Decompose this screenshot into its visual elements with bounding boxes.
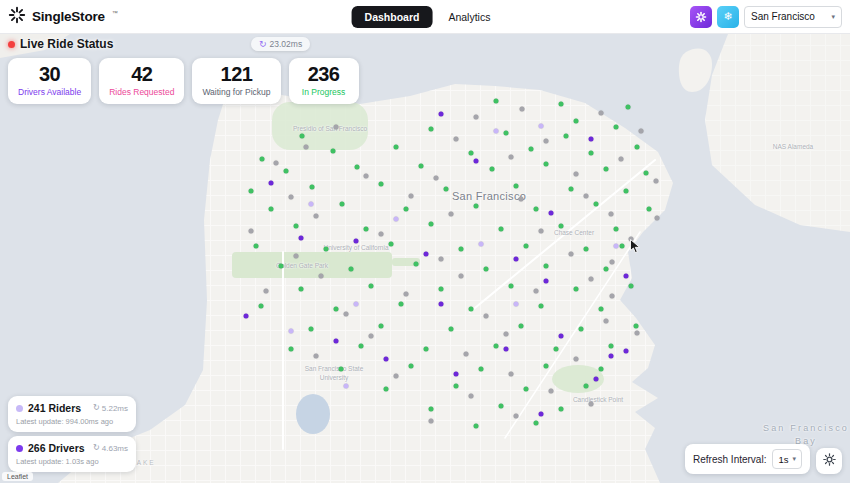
snowflake-mode-button[interactable]: ❄ xyxy=(717,6,739,28)
city-select[interactable]: San Francisco ▾ xyxy=(744,6,842,28)
chevron-down-icon: ▾ xyxy=(792,455,796,463)
refresh-icon: ↻ xyxy=(93,444,100,452)
refresh-interval-select[interactable]: 1s ▾ xyxy=(772,449,802,469)
stats-row: 30 Drivers Available 42 Rides Requested … xyxy=(8,58,359,104)
riders-card: 241 Riders ↻ 5.22ms Latest update: 994.0… xyxy=(8,396,136,432)
riders-dot-icon xyxy=(16,405,23,412)
riders-last-update: Latest update: 994.00ms ago xyxy=(16,417,128,426)
refresh-interval-value: 1s xyxy=(778,454,788,465)
drivers-last-update: Latest update: 1.03s ago xyxy=(16,457,128,466)
stat-label: Drivers Available xyxy=(18,87,81,97)
stat-value: 30 xyxy=(18,64,81,85)
stat-label: In Progress xyxy=(299,87,349,97)
stat-card-waiting-pickup: 121 Waiting for Pickup xyxy=(192,58,280,104)
stat-value: 42 xyxy=(109,64,174,85)
map-attribution[interactable]: Leaflet xyxy=(2,472,33,481)
stat-card-rides-requested: 42 Rides Requested xyxy=(99,58,184,104)
latency-badge: ↻ 23.02ms xyxy=(251,37,310,51)
stat-value: 236 xyxy=(299,64,349,85)
riders-card-top: 241 Riders ↻ 5.22ms xyxy=(16,402,128,414)
snowflake-icon: ❄ xyxy=(723,10,732,23)
singlestore-logo-icon xyxy=(8,6,26,28)
stat-card-drivers-available: 30 Drivers Available xyxy=(8,58,91,104)
theme-toggle-button[interactable] xyxy=(816,448,842,474)
stat-label: Waiting for Pickup xyxy=(202,87,270,97)
city-select-value: San Francisco xyxy=(751,11,815,22)
brand-name: SingleStore xyxy=(32,9,105,24)
singlestore-mode-button[interactable] xyxy=(690,6,712,28)
riders-latency-value: 5.22ms xyxy=(102,404,128,413)
refresh-interval-control: Refresh Interval: 1s ▾ xyxy=(685,444,810,474)
app: San FranciscoSan FranciscoBayNAS Alameda… xyxy=(0,0,850,483)
stat-label: Rides Requested xyxy=(109,87,174,97)
chevron-down-icon: ▾ xyxy=(831,13,835,21)
latency-value: 23.02ms xyxy=(270,39,303,49)
header-actions: ❄ San Francisco ▾ xyxy=(690,6,842,28)
drivers-count: 266 Drivers xyxy=(28,442,85,454)
refresh-icon: ↻ xyxy=(93,404,100,412)
trademark: ™ xyxy=(112,10,118,16)
tab-dashboard[interactable]: Dashboard xyxy=(352,6,433,28)
drivers-latency: ↻ 4.63ms xyxy=(93,444,128,453)
refresh-interval-label: Refresh Interval: xyxy=(693,454,766,465)
top-bar: SingleStore ™ Dashboard Analytics ❄ xyxy=(0,0,850,34)
stat-value: 121 xyxy=(202,64,270,85)
drivers-card-top: 266 Drivers ↻ 4.63ms xyxy=(16,442,128,454)
tab-analytics[interactable]: Analytics xyxy=(440,7,498,27)
drivers-card: 266 Drivers ↻ 4.63ms Latest update: 1.03… xyxy=(8,436,136,472)
refresh-icon: ↻ xyxy=(259,40,267,49)
panel-title: Live Ride Status xyxy=(20,37,113,51)
drivers-dot-icon xyxy=(16,445,23,452)
riders-count: 241 Riders xyxy=(28,402,81,414)
nav-tabs: Dashboard Analytics xyxy=(352,6,499,28)
brand: SingleStore ™ xyxy=(8,6,118,28)
drivers-latency-value: 4.63ms xyxy=(102,444,128,453)
stat-card-in-progress: 236 In Progress xyxy=(289,58,359,104)
live-indicator-dot xyxy=(8,41,15,48)
riders-latency: ↻ 5.22ms xyxy=(93,404,128,413)
sun-icon xyxy=(823,453,836,469)
